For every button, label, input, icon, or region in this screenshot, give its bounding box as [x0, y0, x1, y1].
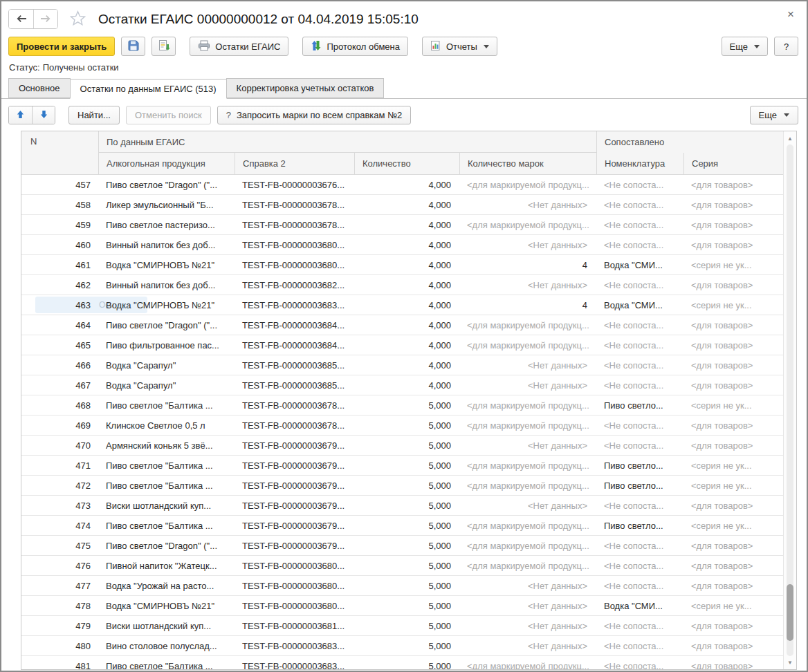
cell-marks[interactable]: <Нет данных> — [460, 200, 597, 210]
table-row[interactable]: 469Клинское Светлое 0,5 лTEST-FB-0000000… — [21, 416, 784, 436]
cell-quantity[interactable]: 5,000 — [355, 480, 460, 491]
table-row[interactable]: Осн463Водка "СМИРНОВЪ №21"TEST-FB-000000… — [21, 295, 784, 315]
cell-product[interactable]: Водка "Сарапул" — [99, 380, 235, 391]
table-row[interactable]: 462Винный напиток без доб...TEST-FB-0000… — [21, 275, 784, 295]
cell-spravka2[interactable]: TEST-FB-00000003676... — [235, 180, 355, 190]
cell-marks[interactable]: <Нет данных> — [460, 440, 597, 451]
cell-nomenclature[interactable]: Пиво светло... — [597, 480, 684, 491]
cell-series[interactable]: <для товаров> — [684, 240, 784, 250]
cell-n[interactable]: 477 — [21, 581, 99, 591]
table-row[interactable]: 478Водка "СМИРНОВЪ №21"TEST-FB-000000036… — [21, 596, 784, 616]
close-button[interactable]: × — [784, 6, 797, 23]
tab-egais-balances[interactable]: Остатки по данным ЕГАИС (513) — [70, 79, 227, 99]
cell-marks[interactable]: <для маркируемой продукц... — [460, 521, 597, 531]
exchange-protocol-button[interactable]: Протокол обмена — [302, 37, 408, 56]
table-row[interactable]: 466Водка "Сарапул"TEST-FB-00000003685...… — [21, 355, 784, 375]
table-row[interactable]: 481Пиво светлое "Балтика ...TEST-FB-0000… — [21, 656, 784, 669]
cell-n[interactable]: 474 — [21, 521, 99, 531]
cell-series[interactable]: <для товаров> — [684, 340, 784, 351]
cancel-search-button[interactable]: Отменить поиск — [126, 106, 211, 124]
cell-n[interactable]: 478 — [21, 601, 99, 611]
cell-product[interactable]: Пиво светлое "Dragon" ("... — [99, 180, 235, 190]
cell-series[interactable]: <серия не ук... — [684, 480, 784, 491]
cell-marks[interactable]: <Нет данных> — [460, 501, 597, 511]
cell-nomenclature[interactable]: <Не сопоста... — [597, 240, 684, 250]
cell-marks[interactable]: <для маркируемой продукц... — [460, 480, 597, 491]
cell-series[interactable]: <серия не ук... — [684, 521, 784, 531]
cell-n[interactable]: 473 — [21, 501, 99, 511]
cell-quantity[interactable]: 5,000 — [355, 561, 460, 571]
scrollbar-thumb[interactable] — [787, 584, 793, 641]
cell-n[interactable]: 469 — [21, 420, 99, 431]
cell-quantity[interactable]: 5,000 — [355, 661, 460, 670]
cell-spravka2[interactable]: TEST-FB-00000003683... — [235, 641, 355, 651]
post-and-close-button[interactable]: Провести и закрыть — [8, 37, 115, 56]
more-button-form[interactable]: Еще — [722, 37, 768, 56]
more-button-grid[interactable]: Еще — [750, 106, 798, 124]
cell-nomenclature[interactable]: <Не сопоста... — [597, 180, 684, 190]
header-col-nomenclature[interactable]: Номенклатура — [597, 153, 684, 174]
cell-quantity[interactable]: 5,000 — [355, 521, 460, 531]
cell-product[interactable]: Пиво светлое "Dragon" ("... — [99, 320, 235, 330]
cell-product[interactable]: Клинское Светлое 0,5 л — [99, 420, 235, 431]
cell-series[interactable]: <серия не ук... — [684, 460, 784, 471]
cell-n[interactable]: 476 — [21, 561, 99, 571]
vertical-scrollbar[interactable]: ▲ ▼ — [783, 131, 796, 669]
back-button[interactable] — [9, 10, 33, 28]
cell-nomenclature[interactable]: Водка "СМИ... — [597, 260, 684, 270]
cell-quantity[interactable]: 5,000 — [355, 541, 460, 551]
cell-n[interactable]: 471 — [21, 460, 99, 471]
cell-quantity[interactable]: 5,000 — [355, 440, 460, 451]
cell-nomenclature[interactable]: <Не сопоста... — [597, 380, 684, 391]
cell-spravka2[interactable]: TEST-FB-00000003678... — [235, 220, 355, 230]
cell-spravka2[interactable]: TEST-FB-00000003678... — [235, 400, 355, 411]
header-col-series[interactable]: Серия — [684, 153, 784, 174]
cell-spravka2[interactable]: TEST-FB-00000003682... — [235, 280, 355, 290]
header-col-quantity[interactable]: Количество — [355, 153, 460, 174]
header-col-product[interactable]: Алкогольная продукция — [99, 153, 235, 174]
cell-series[interactable]: <для товаров> — [684, 360, 784, 371]
cell-nomenclature[interactable]: Пиво светло... — [597, 400, 684, 411]
cell-nomenclature[interactable]: Водка "СМИ... — [597, 300, 684, 310]
cell-nomenclature[interactable]: <Не сопоста... — [597, 621, 684, 631]
cell-spravka2[interactable]: TEST-FB-00000003680... — [235, 260, 355, 270]
cell-spravka2[interactable]: TEST-FB-00000003678... — [235, 200, 355, 210]
cell-quantity[interactable]: 5,000 — [355, 621, 460, 631]
cell-spravka2[interactable]: TEST-FB-00000003679... — [235, 480, 355, 491]
cell-n[interactable]: 472 — [21, 480, 99, 491]
table-row[interactable]: 475Пиво светлое "Dragon" ("...TEST-FB-00… — [21, 536, 784, 556]
cell-product[interactable]: Пиво светлое "Балтика ... — [99, 400, 235, 411]
cell-series[interactable]: <для товаров> — [684, 420, 784, 431]
print-balances-button[interactable]: Остатки ЕГАИС — [190, 37, 288, 56]
cell-nomenclature[interactable]: <Не сопоста... — [597, 661, 684, 670]
cell-product[interactable]: Водка "СМИРНОВЪ №21" — [99, 601, 235, 611]
table-row[interactable]: 461Водка "СМИРНОВЪ №21"TEST-FB-000000036… — [21, 255, 784, 275]
table-row[interactable]: 459Пиво светлое пастеризо...TEST-FB-0000… — [21, 215, 784, 235]
table-row[interactable]: 460Винный напиток без доб...TEST-FB-0000… — [21, 235, 784, 255]
cell-marks[interactable]: <Нет данных> — [460, 380, 597, 391]
table-row[interactable]: 464Пиво светлое "Dragon" ("...TEST-FB-00… — [21, 315, 784, 335]
cell-n[interactable]: 475 — [21, 541, 99, 551]
table-row[interactable]: 476Пивной напиток "Жатецк...TEST-FB-0000… — [21, 556, 784, 576]
cell-spravka2[interactable]: TEST-FB-00000003679... — [235, 460, 355, 471]
cell-quantity[interactable]: 4,000 — [355, 320, 460, 330]
cell-marks[interactable]: 4 — [460, 300, 597, 310]
cell-product[interactable]: Ликер эмульсионный "Б... — [99, 200, 235, 210]
cell-product[interactable]: Винный напиток без доб... — [99, 280, 235, 290]
cell-nomenclature[interactable]: <Не сопоста... — [597, 200, 684, 210]
cell-nomenclature[interactable]: <Не сопоста... — [597, 340, 684, 351]
cell-marks[interactable]: <для маркируемой продукц... — [460, 541, 597, 551]
cell-nomenclature[interactable]: Пиво светло... — [597, 521, 684, 531]
cell-marks[interactable]: <Нет данных> — [460, 240, 597, 250]
scroll-up-button[interactable]: ▲ — [784, 133, 796, 144]
cell-n[interactable]: 464 — [21, 320, 99, 330]
table-row[interactable]: 477Водка "Урожай на расто...TEST-FB-0000… — [21, 576, 784, 596]
cell-nomenclature[interactable]: <Не сопоста... — [597, 581, 684, 591]
cell-product[interactable]: Пиво светлое "Балтика ... — [99, 661, 235, 670]
cell-spravka2[interactable]: TEST-FB-00000003683... — [235, 300, 355, 310]
cell-n[interactable]: 459 — [21, 220, 99, 230]
table-row[interactable]: 479Виски шотландский куп...TEST-FB-00000… — [21, 616, 784, 636]
header-col-spravka2[interactable]: Справка 2 — [235, 153, 355, 174]
cell-spravka2[interactable]: TEST-FB-00000003683... — [235, 661, 355, 670]
cell-quantity[interactable]: 5,000 — [355, 460, 460, 471]
